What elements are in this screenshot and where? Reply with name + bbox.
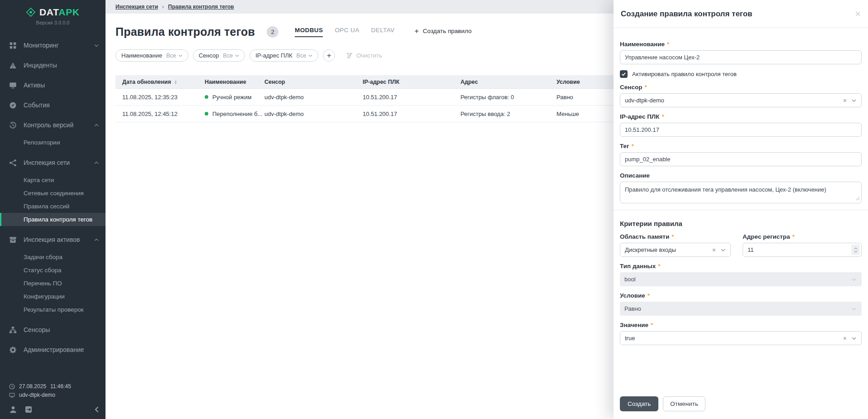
- status-datetime: 27.08.2025 11:46:45: [9, 383, 71, 390]
- register-address-label: Адрес регистра*: [743, 233, 862, 240]
- breadcrumb-separator: ›: [162, 4, 164, 10]
- chevron-down-icon[interactable]: [852, 337, 856, 340]
- cell-address: Регистры ввода: 2: [460, 111, 556, 117]
- chevron-down-icon[interactable]: [721, 248, 725, 251]
- sort-icon[interactable]: ▲▼: [174, 80, 177, 84]
- column-header-sensor: Сенсор: [264, 79, 363, 85]
- number-stepper[interactable]: [851, 245, 860, 255]
- sidebar-item-administration[interactable]: Администрирование: [0, 340, 106, 360]
- logout-icon[interactable]: [24, 405, 33, 414]
- name-input[interactable]: [620, 50, 862, 64]
- sidebar-item-tag-control-rules[interactable]: Правила контроля тегов: [0, 213, 106, 226]
- rule-name-text: Ручной режим: [212, 94, 251, 101]
- sidebar-item-incidents[interactable]: Инциденты: [0, 55, 106, 75]
- archive-icon: [9, 236, 17, 244]
- filter-chip-sensor[interactable]: Сенсор Все: [193, 49, 245, 62]
- sidebar-item-configurations[interactable]: Конфигурации: [0, 290, 106, 303]
- tab-opc-ua[interactable]: OPC UA: [335, 27, 359, 37]
- breadcrumb-link-tag-rules[interactable]: Правила контроля тегов: [168, 4, 234, 10]
- sidebar: DATAPK Версия 3.0.0.0 Мониторинг Инциден…: [0, 0, 106, 419]
- brand-apk: APK: [58, 7, 80, 17]
- sidebar-actions: [9, 405, 99, 414]
- sidebar-item-label: Активы: [24, 82, 45, 89]
- chevron-down-icon: [178, 54, 182, 57]
- column-header-address: Адрес: [460, 79, 556, 85]
- column-header-updated: Дата обновления▲▼: [115, 79, 205, 85]
- sidebar-collapse-icon[interactable]: [94, 406, 99, 413]
- sidebar-item-version-control[interactable]: Контроль версий: [0, 115, 106, 135]
- clear-icon[interactable]: ×: [712, 247, 716, 253]
- add-filter-button[interactable]: +: [323, 49, 335, 62]
- sidebar-item-session-rules[interactable]: Правила сессий: [0, 200, 106, 213]
- sidebar-item-label: Мониторинг: [24, 42, 59, 49]
- description-textarea[interactable]: Правило для отслеживания тега управления…: [620, 182, 862, 203]
- sidebar-item-collection-status[interactable]: Статус сбора: [0, 264, 106, 277]
- cell-name: Переполнение б...: [205, 111, 264, 117]
- cell-sensor: udv-dtpk-demo: [264, 111, 363, 117]
- sidebar-item-asset-inspection[interactable]: Инспекция активов: [0, 230, 106, 250]
- sidebar-item-network-connections[interactable]: Сетевые соединения: [0, 187, 106, 200]
- monitor-small-icon: [9, 392, 15, 398]
- sidebar-item-check-results[interactable]: Результаты проверок: [0, 303, 106, 316]
- cell-address: Регистры флагов: 0: [460, 94, 556, 101]
- sensor-select[interactable]: udv-dtpk-demo ×: [620, 93, 862, 107]
- close-icon[interactable]: ×: [855, 9, 861, 19]
- sidebar-item-network-map[interactable]: Карта сети: [0, 173, 106, 187]
- data-type-label: Тип данных*: [620, 263, 862, 270]
- tab-modbus[interactable]: MODBUS: [295, 27, 323, 37]
- user-icon[interactable]: [9, 405, 17, 414]
- warning-icon: [9, 62, 17, 69]
- chevron-down-icon: [94, 44, 99, 47]
- clear-icon[interactable]: ×: [843, 97, 847, 104]
- sidebar-item-collection-tasks[interactable]: Задачи сбора: [0, 250, 106, 264]
- cell-plc-ip: 10.51.200.17: [363, 94, 460, 101]
- chevron-down-icon[interactable]: [852, 99, 856, 102]
- ip-input[interactable]: [620, 123, 862, 137]
- sensor-select-value[interactable]: udv-dtpk-demo: [620, 93, 862, 107]
- compass-icon: [9, 101, 17, 109]
- memory-area-select[interactable]: Дискретные входы ×: [620, 243, 731, 257]
- section-divider: [614, 210, 868, 210]
- sidebar-item-software-list[interactable]: Перечень ПО: [0, 277, 106, 290]
- data-type-select-disabled: bool: [620, 272, 862, 286]
- cancel-button[interactable]: Отменить: [663, 396, 705, 411]
- sidebar-item-assets[interactable]: Активы: [0, 75, 106, 95]
- breadcrumb-link-network-inspection[interactable]: Инспекция сети: [115, 4, 158, 10]
- filter-chip-label: Наименование: [121, 52, 162, 59]
- create-rule-button[interactable]: + Создать правило: [415, 28, 472, 37]
- rules-count-badge: 2: [267, 26, 278, 38]
- create-button[interactable]: Создать: [620, 396, 658, 411]
- status-dot-icon: [205, 112, 208, 116]
- sidebar-item-network-inspection[interactable]: Инспекция сети: [0, 153, 106, 173]
- sidebar-item-repositories[interactable]: Репозитории: [0, 136, 106, 149]
- filter-chip-name[interactable]: Наименование Все: [115, 49, 188, 62]
- filter-clear-icon: [346, 52, 353, 59]
- sidebar-item-label: Инциденты: [24, 62, 57, 69]
- create-rule-panel: Создание правила контроля тегов × Наимен…: [614, 0, 868, 419]
- value-select[interactable]: true ×: [620, 331, 862, 345]
- dashboard-icon: [9, 42, 17, 49]
- sidebar-item-monitoring[interactable]: Мониторинг: [0, 35, 106, 55]
- chevron-up-icon: [94, 124, 99, 127]
- cell-name: Ручной режим: [205, 94, 264, 101]
- sidebar-item-events[interactable]: События: [0, 95, 106, 115]
- status-hostname: udv-dtpk-demo: [19, 392, 55, 398]
- clear-icon[interactable]: ×: [843, 335, 847, 342]
- register-address-input[interactable]: [743, 243, 862, 257]
- share-icon: [9, 159, 17, 167]
- sidebar-item-sensors[interactable]: Сенсоры: [0, 320, 106, 340]
- tag-input[interactable]: [620, 152, 862, 166]
- filter-chip-plc-ip[interactable]: IP-адрес ПЛК Все: [249, 49, 318, 62]
- description-field-label: Описание: [620, 172, 862, 179]
- required-asterisk: *: [632, 143, 634, 149]
- tab-deltav[interactable]: DELTAV: [371, 27, 395, 37]
- brand-dat: DAT: [39, 7, 58, 17]
- activate-checkbox[interactable]: [620, 70, 628, 78]
- criteria-row: Область памяти* Дискретные входы × Адрес…: [620, 233, 862, 257]
- plus-icon: +: [415, 28, 419, 35]
- required-asterisk: *: [647, 292, 650, 299]
- sitemap-icon: [9, 326, 17, 334]
- sensor-field-label: Сенсор*: [620, 84, 862, 91]
- value-select-value[interactable]: true: [620, 331, 862, 345]
- clear-filters-button[interactable]: Очистить: [346, 52, 382, 59]
